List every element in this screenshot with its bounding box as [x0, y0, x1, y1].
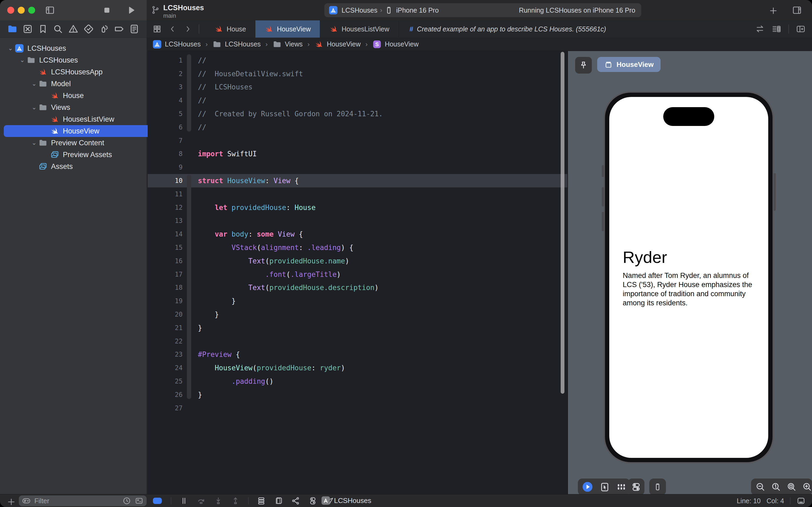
zoom-window-button[interactable]: [28, 7, 35, 14]
project-navigator-folder-icon[interactable]: [7, 23, 18, 35]
pin-preview-button[interactable]: [575, 57, 592, 73]
code-line-15[interactable]: 15 VStack(alignment: .leading) {: [148, 241, 567, 254]
code-line-10[interactable]: 10struct HouseView: View {: [148, 174, 567, 187]
code-line-13[interactable]: 13: [148, 214, 567, 228]
sidebar-item-views[interactable]: ⌄Views: [4, 102, 169, 113]
code-line-11[interactable]: 11: [148, 187, 567, 201]
memory-graph-icon[interactable]: [274, 496, 283, 505]
device-settings-button[interactable]: [628, 478, 644, 495]
code-line-3[interactable]: 3// LCSHouses: [148, 80, 567, 94]
zoom-out-icon[interactable]: [755, 482, 765, 492]
recents-clock-icon[interactable]: [122, 497, 131, 505]
run-button[interactable]: [127, 6, 136, 15]
toggle-debug-area-icon[interactable]: [797, 496, 806, 505]
code-line-9[interactable]: 9: [148, 161, 567, 174]
filter-field[interactable]: Filter: [19, 496, 147, 506]
editor-tab-house[interactable]: House: [205, 20, 255, 38]
debug-navigator-icon[interactable]: [99, 23, 109, 35]
editor-scrollbar[interactable]: [561, 52, 565, 394]
preview-device-button[interactable]: [649, 478, 666, 495]
code-line-20[interactable]: 20 }: [148, 308, 567, 321]
running-app[interactable]: LCSHouses: [321, 496, 371, 505]
go-forward-icon[interactable]: [184, 25, 192, 33]
sidebar-item-preview-content[interactable]: ⌄Preview Content: [4, 137, 169, 149]
bookmarks-icon[interactable]: [38, 23, 48, 35]
sidebar-item-lcshouses[interactable]: ⌄LCSHouses: [4, 54, 157, 66]
code-line-23[interactable]: 23#Preview {: [148, 348, 567, 361]
pause-icon[interactable]: [179, 496, 188, 505]
selectable-pointer-icon[interactable]: [599, 482, 610, 492]
add-editor-plus-icon[interactable]: [768, 6, 778, 15]
add-editor-split-icon[interactable]: [796, 24, 806, 34]
preview-tab-pill[interactable]: HouseView: [597, 57, 660, 72]
editor-options-icon[interactable]: [772, 24, 781, 34]
add-remove-icon[interactable]: [135, 497, 143, 505]
breakpoints-toggle-icon[interactable]: [152, 497, 163, 505]
related-items-icon[interactable]: [153, 24, 162, 34]
minimize-window-button[interactable]: [18, 7, 25, 14]
variants-grid-icon[interactable]: [616, 482, 627, 492]
view-hierarchy-icon[interactable]: [257, 496, 266, 505]
code-line-22[interactable]: 22: [148, 335, 567, 348]
breadcrumb-item[interactable]: HouseView: [314, 40, 361, 49]
reports-icon[interactable]: [129, 23, 139, 35]
disclosure-chevron-icon[interactable]: ⌄: [30, 80, 38, 87]
sidebar-item-lcshouses[interactable]: ⌄LCSHouses: [4, 43, 146, 54]
add-item-plus-icon[interactable]: [6, 497, 16, 507]
breadcrumb-item[interactable]: LCSHouses: [213, 40, 260, 49]
disclosure-chevron-icon[interactable]: ⌄: [6, 45, 14, 52]
breadcrumb-item[interactable]: LCSHouses: [153, 40, 200, 49]
sidebar-item-model[interactable]: ⌄Model: [4, 78, 169, 90]
zoom-actual-size-icon[interactable]: [771, 482, 781, 492]
toggle-left-sidebar-icon[interactable]: [45, 5, 55, 15]
breakpoints-navigator-icon[interactable]: [114, 23, 124, 35]
code-line-6[interactable]: 6//: [148, 121, 567, 134]
code-line-18[interactable]: 18 Text(providedHouse.description): [148, 281, 567, 295]
editor-tab-houseview[interactable]: HouseView: [255, 20, 320, 38]
zoom-to-fit-icon[interactable]: [787, 482, 797, 492]
step-into-icon[interactable]: [214, 496, 223, 505]
adjust-editor-icon[interactable]: [755, 24, 765, 34]
code-line-7[interactable]: 7: [148, 134, 567, 148]
run-destination[interactable]: iPhone 16 Pro: [396, 6, 439, 14]
code-line-4[interactable]: 4//: [148, 94, 567, 107]
source-control-icon[interactable]: [22, 23, 33, 35]
disclosure-chevron-icon[interactable]: ⌄: [30, 104, 38, 111]
code-line-1[interactable]: 1//: [148, 54, 567, 67]
source-editor[interactable]: 1//2// HouseDetailView.swift3// LCSHouse…: [148, 51, 567, 494]
disclosure-chevron-icon[interactable]: ⌄: [18, 57, 26, 64]
tests-icon[interactable]: [83, 23, 94, 35]
close-window-button[interactable]: [7, 7, 14, 14]
toggle-right-sidebar-icon[interactable]: [792, 5, 802, 15]
environment-overrides-icon[interactable]: [308, 496, 317, 505]
code-line-17[interactable]: 17 .font(.largeTitle): [148, 268, 567, 281]
disclosure-chevron-icon[interactable]: ⌄: [30, 139, 38, 146]
code-line-2[interactable]: 2// HouseDetailView.swift: [148, 67, 567, 80]
activity-view[interactable]: LCSHouses › iPhone 16 Pro Running LCSHou…: [325, 3, 641, 17]
editor-tab-houseslistview[interactable]: HousesListView: [320, 20, 399, 38]
code-line-14[interactable]: 14 var body: some View {: [148, 227, 567, 241]
code-line-8[interactable]: 8import SwiftUI: [148, 148, 567, 161]
live-preview-play-icon[interactable]: [582, 481, 593, 493]
step-over-icon[interactable]: [196, 496, 206, 505]
code-line-12[interactable]: 12 let providedHouse: House: [148, 201, 567, 214]
sidebar-item-lcshousesapp[interactable]: LCSHousesApp: [4, 66, 169, 78]
breadcrumb-item[interactable]: Views: [273, 40, 303, 49]
go-back-icon[interactable]: [169, 25, 177, 33]
sidebar-item-assets[interactable]: Assets: [4, 161, 169, 172]
code-line-25[interactable]: 25 .padding(): [148, 375, 567, 388]
code-line-27[interactable]: 27: [148, 401, 567, 415]
scheme-name[interactable]: LCSHouses: [342, 6, 377, 14]
stop-button[interactable]: [103, 6, 111, 14]
breadcrumb-item[interactable]: SHouseView: [372, 40, 419, 49]
code-line-16[interactable]: 16 Text(providedHouse.name): [148, 254, 567, 268]
code-line-21[interactable]: 21}: [148, 321, 567, 335]
step-out-icon[interactable]: [231, 496, 240, 505]
code-line-24[interactable]: 24 HouseView(providedHouse: ryder): [148, 361, 567, 375]
zoom-in-icon[interactable]: [802, 482, 812, 492]
code-line-26[interactable]: 26}: [148, 388, 567, 401]
find-navigator-icon[interactable]: [53, 23, 63, 35]
issues-icon[interactable]: [68, 23, 79, 35]
code-line-5[interactable]: 5// Created by Russell Gordon on 2024-11…: [148, 107, 567, 121]
iphone-preview-device[interactable]: Ryder Named after Tom Ryder, an alumnus …: [603, 91, 774, 463]
